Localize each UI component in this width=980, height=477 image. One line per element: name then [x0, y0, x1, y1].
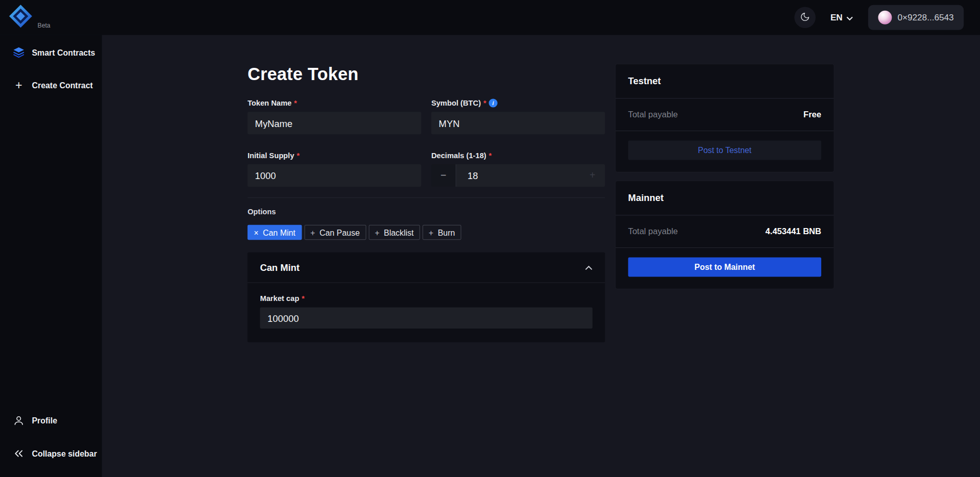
logo-icon	[8, 3, 34, 32]
chip-label: Blacklist	[384, 228, 413, 237]
sidebar-item-label: Collapse sidebar	[32, 449, 96, 458]
sidebar-item-collapse[interactable]: Collapse sidebar	[0, 441, 102, 466]
plus-icon: +	[310, 229, 315, 237]
initial-supply-field: Initial Supply*	[248, 151, 421, 187]
testnet-card-header: Testnet	[616, 64, 834, 98]
mainnet-payable-row: Total payable 4.453441 BNB	[616, 215, 834, 248]
wallet-address: 0×9228...6543	[897, 12, 953, 22]
post-to-mainnet-button[interactable]: Post to Mainnet	[628, 257, 821, 277]
sidebar-item-label: Smart Contracts	[32, 48, 95, 57]
symbol-label: Symbol (BTC)* i	[431, 98, 605, 107]
increment-button[interactable]: +	[580, 164, 605, 187]
plus-icon: +	[12, 79, 24, 91]
testnet-card-footer: Post to Testnet	[616, 131, 834, 172]
close-icon: ×	[254, 229, 258, 237]
language-selector[interactable]: EN	[830, 12, 853, 22]
decimals-value: 18	[456, 170, 478, 181]
create-token-form: Create Token Token Name* Symbol (BTC)* i	[248, 64, 605, 342]
sidebar-item-profile[interactable]: Profile	[0, 408, 102, 433]
chip-blacklist[interactable]: + Blacklist	[369, 225, 420, 240]
sidebar: Smart Contracts + Create Contract Profil…	[0, 35, 102, 477]
required-marker: *	[483, 98, 486, 107]
required-marker: *	[297, 151, 300, 160]
token-name-field: Token Name*	[248, 98, 421, 134]
chip-label: Can Pause	[320, 228, 360, 237]
field-grid: Token Name* Symbol (BTC)* i Initial Supp…	[248, 98, 605, 187]
initial-supply-input[interactable]	[248, 164, 421, 187]
total-payable-value: Free	[803, 110, 821, 119]
sidebar-item-label: Profile	[32, 416, 57, 425]
app-logo[interactable]: Beta	[8, 3, 51, 32]
required-marker: *	[294, 98, 297, 107]
layers-icon	[12, 46, 24, 59]
can-mint-panel-header[interactable]: Can Mint	[248, 253, 605, 283]
wallet-avatar	[878, 11, 892, 24]
page-title: Create Token	[248, 64, 605, 84]
topbar: Beta EN 0×9228...6543	[0, 0, 980, 35]
decimals-label: Decimals (1-18)*	[431, 151, 605, 160]
language-label: EN	[830, 12, 843, 22]
token-name-input[interactable]	[248, 112, 421, 134]
sidebar-item-create-contract[interactable]: + Create Contract	[0, 72, 102, 97]
deploy-panel: Testnet Total payable Free Post to Testn…	[616, 64, 834, 289]
theme-toggle-button[interactable]	[794, 7, 816, 28]
chip-burn[interactable]: + Burn	[423, 225, 461, 240]
sidebar-bottom-nav: Profile Collapse sidebar	[0, 408, 102, 466]
card-title: Mainnet	[628, 192, 664, 203]
sidebar-item-smart-contracts[interactable]: Smart Contracts	[0, 40, 102, 65]
chip-can-pause[interactable]: + Can Pause	[304, 225, 366, 240]
plus-icon: +	[590, 170, 595, 181]
info-icon[interactable]: i	[489, 98, 498, 107]
decimals-field: Decimals (1-18)* − 18 +	[431, 151, 605, 187]
card-title: Testnet	[628, 76, 661, 86]
symbol-field: Symbol (BTC)* i	[431, 98, 605, 134]
beta-badge: Beta	[37, 22, 50, 32]
total-payable-value: 4.453441 BNB	[766, 227, 821, 236]
testnet-payable-row: Total payable Free	[616, 98, 834, 131]
divider	[248, 197, 605, 198]
required-marker: *	[302, 294, 305, 303]
collapse-sidebar-icon	[12, 448, 24, 459]
moon-icon	[800, 12, 810, 23]
token-name-label: Token Name*	[248, 98, 421, 107]
chevron-up-icon	[585, 262, 593, 273]
sidebar-item-label: Create Contract	[32, 80, 92, 89]
can-mint-panel-body: Market cap*	[248, 283, 605, 342]
total-payable-label: Total payable	[628, 227, 678, 236]
profile-icon	[12, 415, 24, 426]
chevron-down-icon	[846, 12, 853, 22]
mainnet-card-header: Mainnet	[616, 181, 834, 215]
market-cap-input[interactable]	[260, 307, 592, 329]
minus-icon: −	[440, 170, 446, 181]
mainnet-card: Mainnet Total payable 4.453441 BNB Post …	[616, 181, 834, 289]
options-chips: × Can Mint + Can Pause + Blacklist + Bur…	[248, 225, 605, 240]
decrement-button[interactable]: −	[431, 164, 456, 187]
market-cap-label: Market cap*	[260, 294, 592, 303]
post-to-testnet-button[interactable]: Post to Testnet	[628, 141, 821, 160]
panel-title: Can Mint	[260, 262, 300, 273]
chip-label: Can Mint	[263, 228, 296, 237]
testnet-card: Testnet Total payable Free Post to Testn…	[616, 64, 834, 172]
symbol-input[interactable]	[431, 112, 605, 134]
sidebar-nav: Smart Contracts + Create Contract	[0, 35, 102, 97]
initial-supply-label: Initial Supply*	[248, 151, 421, 160]
total-payable-label: Total payable	[628, 110, 678, 119]
app-viewport: Beta EN 0×9228...6543	[0, 0, 980, 477]
mainnet-card-footer: Post to Mainnet	[616, 248, 834, 289]
wallet-address-pill[interactable]: 0×9228...6543	[868, 5, 964, 30]
options-label: Options	[248, 208, 605, 216]
plus-icon: +	[375, 229, 379, 237]
topbar-right: EN 0×9228...6543	[794, 5, 964, 30]
decimals-stepper: − 18 +	[431, 164, 605, 187]
plus-icon: +	[429, 229, 433, 237]
chip-label: Burn	[438, 228, 455, 237]
chip-can-mint[interactable]: × Can Mint	[248, 225, 302, 240]
required-marker: *	[489, 151, 492, 160]
can-mint-panel: Can Mint Market cap*	[248, 253, 605, 342]
